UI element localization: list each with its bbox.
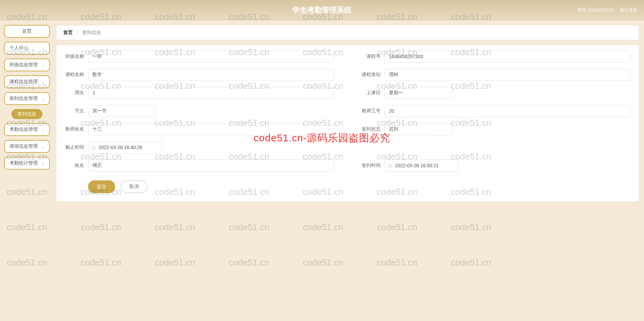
- sidebar-item-label: 请假信息管理: [9, 143, 38, 149]
- week-label: 周次: [65, 90, 88, 96]
- sidebar-item-course-info[interactable]: 课程信息管理 ⌄: [4, 75, 50, 88]
- sidebar-item-label: 课程信息管理: [9, 79, 38, 85]
- chevron-down-icon: ⌄: [41, 128, 44, 132]
- class-day-label: 上课日: [361, 90, 385, 96]
- student-name-input[interactable]: [88, 159, 334, 172]
- breadcrumb: 首页 / 签到信息: [57, 26, 639, 40]
- cancel-button[interactable]: 取消: [120, 180, 147, 193]
- course-name-input[interactable]: [88, 69, 334, 81]
- course-type-input[interactable]: [385, 69, 631, 81]
- chevron-down-icon: ⌄: [41, 161, 44, 166]
- class-day-select[interactable]: [385, 87, 452, 99]
- breadcrumb-home[interactable]: 首页: [63, 30, 73, 35]
- deadline-label: 截止时间: [65, 144, 88, 150]
- student-name-label: 姓名: [65, 163, 88, 169]
- teacher-id-input[interactable]: [385, 105, 631, 117]
- period-label: 节次: [65, 108, 88, 114]
- sidebar-item-class-info[interactable]: 班级信息管理 ⌄: [4, 59, 50, 71]
- sidebar-item-label: 个人中心: [9, 45, 28, 51]
- sidebar-item-label: 考勤信息管理: [9, 127, 38, 133]
- deadline-input[interactable]: [88, 141, 162, 153]
- checkin-time-input[interactable]: [385, 159, 458, 172]
- sidebar-item-label: 考勤统计管理: [9, 160, 38, 166]
- chevron-down-icon: ⌄: [41, 46, 44, 50]
- sidebar-item-checkin-info[interactable]: 签到信息管理 ⌄: [4, 92, 50, 105]
- chevron-down-icon: ⌄: [41, 63, 44, 67]
- header-right: 学生 20181312001 退出登录: [578, 0, 637, 20]
- sidebar-item-leave-info[interactable]: 请假信息管理 ⌄: [4, 140, 50, 153]
- teacher-name-input[interactable]: [88, 123, 334, 135]
- class-name-label: 班级名称: [65, 54, 88, 60]
- sidebar-item-label: 首页: [22, 28, 32, 34]
- checkin-time-label: 签到时间: [361, 163, 385, 169]
- sidebar-item-home[interactable]: 首页: [4, 25, 50, 38]
- chevron-down-icon: ⌄: [41, 80, 44, 84]
- period-select[interactable]: [88, 105, 156, 117]
- breadcrumb-separator: /: [77, 30, 78, 35]
- user-info[interactable]: 学生 20181312001: [578, 7, 614, 13]
- chevron-down-icon: ⌄: [41, 97, 44, 101]
- chevron-down-icon: ⌄: [41, 144, 44, 149]
- sidebar-subitem-label: 签到信息: [17, 111, 36, 116]
- class-name-input[interactable]: [88, 50, 334, 63]
- week-input[interactable]: [88, 87, 334, 99]
- sidebar: 首页 个人中心 ⌄ 班级信息管理 ⌄ 课程信息管理 ⌄ 签到信息管理 ⌄ 签到信…: [0, 20, 54, 321]
- logout-link[interactable]: 退出登录: [620, 7, 637, 13]
- header: 学生考勤管理系统 学生 20181312001 退出登录: [0, 0, 644, 20]
- form-panel: 班级名称 课程号 课程名称 课程类别 周次: [57, 45, 639, 201]
- sidebar-item-attendance-stats[interactable]: 考勤统计管理 ⌄: [4, 157, 50, 170]
- teacher-id-label: 教师工号: [361, 108, 385, 114]
- sidebar-item-label: 班级信息管理: [9, 62, 38, 68]
- course-type-label: 课程类别: [361, 72, 385, 78]
- sidebar-item-personal[interactable]: 个人中心 ⌄: [4, 42, 50, 55]
- breadcrumb-current: 签到信息: [82, 30, 101, 35]
- teacher-name-label: 教师姓名: [65, 126, 88, 132]
- app-title: 学生考勤管理系统: [292, 5, 352, 15]
- sidebar-item-attendance-info[interactable]: 考勤信息管理 ⌄: [4, 123, 50, 136]
- checkin-status-select[interactable]: [385, 123, 452, 135]
- main-content: 首页 / 签到信息 班级名称 课程号 课程名称 课程类别: [54, 20, 644, 321]
- course-name-label: 课程名称: [65, 72, 88, 78]
- sidebar-subitem-checkin[interactable]: 签到信息: [11, 109, 42, 119]
- submit-button[interactable]: 提交: [88, 180, 115, 193]
- course-id-label: 课程号: [361, 54, 385, 60]
- checkin-status-label: 签到状态: [361, 126, 385, 132]
- sidebar-item-label: 签到信息管理: [9, 96, 38, 102]
- course-id-input[interactable]: [385, 50, 631, 63]
